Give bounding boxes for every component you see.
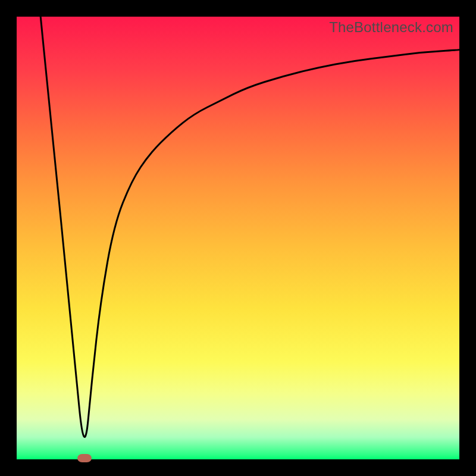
minimum-marker xyxy=(77,454,92,462)
plot-area: TheBottleneck.com xyxy=(17,17,459,459)
curve-layer xyxy=(17,17,459,459)
bottleneck-curve xyxy=(40,17,459,437)
chart-frame: TheBottleneck.com xyxy=(0,0,476,476)
